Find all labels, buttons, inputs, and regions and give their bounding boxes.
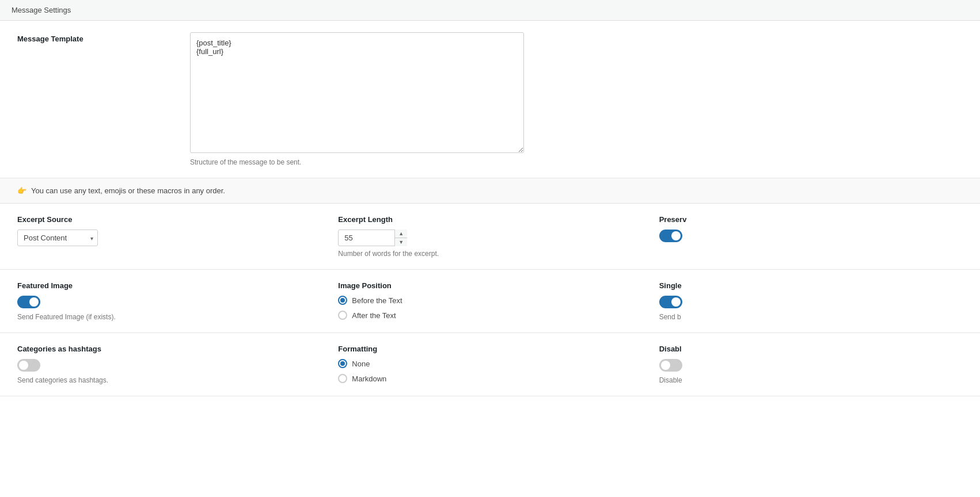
featured-image-hint: Send Featured Image (if exists). bbox=[17, 313, 321, 321]
radio-circle-none bbox=[338, 359, 347, 368]
message-template-hint: Structure of the message to be sent. bbox=[190, 158, 963, 166]
excerpt-length-label: Excerpt Length bbox=[338, 215, 641, 224]
page-wrapper: Message Settings Message Template {post_… bbox=[0, 0, 980, 497]
single-image-toggle[interactable] bbox=[659, 296, 682, 308]
featured-image-slider bbox=[17, 296, 40, 308]
excerpt-length-section: Excerpt Length ▲ ▼ Number of words for t… bbox=[338, 215, 659, 258]
categories-hashtags-label: Categories as hashtags bbox=[17, 345, 321, 353]
message-template-label: Message Template bbox=[17, 32, 190, 43]
radio-after-label: After the Text bbox=[352, 311, 396, 320]
disabled-section: Disabl Disable bbox=[659, 345, 963, 384]
excerpt-preserve-section: Preserv bbox=[659, 215, 963, 244]
single-image-hint: Send b bbox=[659, 313, 963, 321]
single-image-slider bbox=[659, 296, 682, 308]
excerpt-source-label: Excerpt Source bbox=[17, 215, 321, 224]
categories-hashtags-slider bbox=[17, 359, 40, 372]
message-template-field: {post_title} {full_url} Structure of the… bbox=[190, 32, 963, 166]
settings-content: Message Template {post_title} {full_url}… bbox=[0, 21, 980, 396]
toggle-slider bbox=[659, 230, 682, 242]
excerpt-preserve-label: Preserv bbox=[659, 215, 963, 224]
single-image-section: Single Send b bbox=[659, 281, 963, 321]
message-template-row: Message Template {post_title} {full_url}… bbox=[0, 21, 980, 178]
formatting-label: Formatting bbox=[338, 345, 641, 353]
image-position-radio-group: Before the Text After the Text bbox=[338, 296, 641, 320]
featured-image-toggle[interactable] bbox=[17, 296, 40, 308]
radio-before-text[interactable]: Before the Text bbox=[338, 296, 641, 305]
page-title-bar: Message Settings bbox=[0, 0, 980, 21]
formatting-section: Formatting None Markdown bbox=[338, 345, 659, 383]
radio-none-label: None bbox=[352, 360, 370, 368]
disabled-slider bbox=[659, 359, 682, 372]
single-image-label: Single bbox=[659, 281, 963, 290]
radio-circle-before bbox=[338, 296, 347, 305]
image-position-label: Image Position bbox=[338, 281, 641, 290]
message-template-textarea[interactable]: {post_title} {full_url} bbox=[190, 32, 524, 153]
excerpt-length-hint: Number of words for the excerpt. bbox=[338, 250, 641, 258]
radio-none[interactable]: None bbox=[338, 359, 641, 368]
radio-circle-after bbox=[338, 311, 347, 320]
radio-circle-markdown bbox=[338, 374, 347, 383]
excerpt-length-input-wrapper: ▲ ▼ bbox=[338, 230, 407, 246]
disabled-label: Disabl bbox=[659, 345, 963, 353]
disabled-hint: Disable bbox=[659, 376, 963, 384]
excerpt-source-section: Excerpt Source Post Content Post Excerpt… bbox=[17, 215, 338, 246]
radio-after-text[interactable]: After the Text bbox=[338, 311, 641, 320]
radio-before-label: Before the Text bbox=[352, 296, 402, 305]
excerpt-source-select-wrapper: Post Content Post Excerpt Custom ▾ bbox=[17, 230, 98, 246]
info-banner: 👉 You can use any text, emojis or these … bbox=[0, 178, 980, 204]
categories-formatting-row: Categories as hashtags Send categories a… bbox=[0, 333, 980, 396]
spinner-down-button[interactable]: ▼ bbox=[395, 238, 407, 246]
excerpt-source-select[interactable]: Post Content Post Excerpt Custom bbox=[17, 230, 98, 246]
categories-hashtags-toggle[interactable] bbox=[17, 359, 40, 372]
formatting-radio-group: None Markdown bbox=[338, 359, 641, 383]
categories-hashtags-hint: Send categories as hashtags. bbox=[17, 376, 321, 384]
image-position-section: Image Position Before the Text After the… bbox=[338, 281, 659, 320]
spinner-up-button[interactable]: ▲ bbox=[395, 230, 407, 238]
number-spinners: ▲ ▼ bbox=[394, 230, 407, 246]
disabled-toggle[interactable] bbox=[659, 359, 682, 372]
radio-markdown[interactable]: Markdown bbox=[338, 374, 641, 383]
featured-image-section: Featured Image Send Featured Image (if e… bbox=[17, 281, 338, 321]
excerpt-row: Excerpt Source Post Content Post Excerpt… bbox=[0, 204, 980, 270]
featured-image-row: Featured Image Send Featured Image (if e… bbox=[0, 270, 980, 333]
radio-markdown-label: Markdown bbox=[352, 374, 386, 383]
info-text: You can use any text, emojis or these ma… bbox=[31, 186, 225, 195]
featured-image-label: Featured Image bbox=[17, 281, 321, 290]
info-icon: 👉 bbox=[17, 186, 26, 195]
excerpt-preserve-toggle[interactable] bbox=[659, 230, 682, 242]
categories-hashtags-section: Categories as hashtags Send categories a… bbox=[17, 345, 338, 384]
page-title: Message Settings bbox=[12, 6, 71, 14]
